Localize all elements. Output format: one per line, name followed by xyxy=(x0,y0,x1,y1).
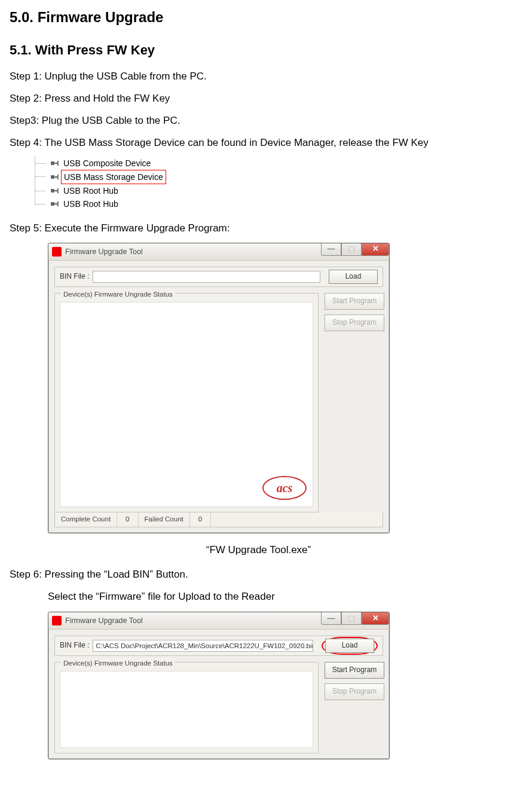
firmware-upgrade-window: Firmware Upgrade Tool — ▢ ✕ BIN File : L… xyxy=(48,243,390,533)
close-button[interactable]: ✕ xyxy=(362,612,389,625)
status-list-2 xyxy=(60,671,313,748)
window-title-2: Firmware Upgrade Tool xyxy=(65,615,143,627)
svg-rect-1 xyxy=(54,163,59,164)
bin-file-label-2: BIN File : xyxy=(60,640,89,651)
firmware-upgrade-window-2: Firmware Upgrade Tool — ▢ ✕ BIN File : C… xyxy=(48,612,390,759)
bin-file-input[interactable] xyxy=(93,271,320,283)
step-6b: Select the “Firmware” file for Upload to… xyxy=(48,588,511,605)
app-icon xyxy=(52,616,62,625)
status-group: Device(s) Firmware Ungrade Status acs xyxy=(54,293,319,512)
device-tree-item[interactable]: USB Mass Storage Device xyxy=(42,170,511,184)
bin-file-row-2: BIN File : C:\ACS Doc\Project\ACR128_Min… xyxy=(54,636,383,656)
minimize-button[interactable]: — xyxy=(321,243,341,256)
status-legend: Device(s) Firmware Ungrade Status xyxy=(61,289,175,300)
stop-program-button-2[interactable]: Stop Program xyxy=(325,683,384,700)
status-legend-2: Device(s) Firmware Ungrade Status xyxy=(61,658,175,668)
step-4: Step 4: The USB Mass Storage Device can … xyxy=(10,135,511,151)
close-button[interactable]: ✕ xyxy=(362,243,389,256)
screenshot-2: Firmware Upgrade Tool — ▢ ✕ BIN File : C… xyxy=(48,612,511,759)
bin-file-row: BIN File : Load xyxy=(54,267,383,287)
app-icon xyxy=(52,247,62,257)
load-button[interactable]: Load xyxy=(329,270,378,284)
svg-rect-13 xyxy=(54,203,59,204)
maximize-button[interactable]: ▢ xyxy=(341,243,362,256)
device-tree-item[interactable]: USB Composite Device xyxy=(42,157,511,170)
bin-file-input-2[interactable]: C:\ACS Doc\Project\ACR128_Min\Source\ACR… xyxy=(93,640,313,652)
subsection-heading: 5.1. With Press FW Key xyxy=(10,39,511,60)
window-titlebar-2: Firmware Upgrade Tool — ▢ ✕ xyxy=(48,612,389,630)
device-manager-tree: USB Composite DeviceUSB Mass Storage Dev… xyxy=(30,157,511,210)
load-button-2[interactable]: Load xyxy=(325,639,374,653)
step-3: Step3: Plug the USB Cable to the PC. xyxy=(10,112,511,129)
complete-count-label: Complete Count xyxy=(55,512,117,527)
step-1: Step 1: Unplug the USB Cable from the PC… xyxy=(10,68,511,84)
screenshot-1: Firmware Upgrade Tool — ▢ ✕ BIN File : L… xyxy=(48,243,511,533)
status-bar: Complete Count 0 Failed Count 0 xyxy=(54,512,383,527)
start-program-button[interactable]: Start Program xyxy=(325,293,384,310)
device-tree-item[interactable]: USB Root Hub xyxy=(42,184,511,197)
usb-device-icon xyxy=(50,186,60,196)
device-tree-label: USB Mass Storage Device xyxy=(61,170,166,184)
load-button-highlight: Load xyxy=(322,637,378,655)
start-program-button-2[interactable]: Start Program xyxy=(325,662,384,679)
svg-rect-9 xyxy=(54,190,59,191)
failed-count-label: Failed Count xyxy=(139,512,190,527)
acs-logo: acs xyxy=(262,475,307,500)
window-title: Firmware Upgrade Tool xyxy=(65,246,143,258)
svg-rect-0 xyxy=(51,161,54,165)
stop-program-button[interactable]: Stop Program xyxy=(325,315,384,331)
caption-fw-tool: “FW Upgrade Tool.exe” xyxy=(6,542,511,558)
acs-logo-text: acs xyxy=(262,476,307,500)
svg-rect-4 xyxy=(51,175,54,179)
svg-rect-5 xyxy=(54,176,59,178)
device-tree-label: USB Composite Device xyxy=(63,157,151,170)
maximize-button[interactable]: ▢ xyxy=(341,612,362,625)
section-heading: 5.0. Firmware Upgrade xyxy=(10,6,511,29)
step-6: Step 6: Pressing the “Load BIN” Button. xyxy=(10,566,511,582)
device-tree-item[interactable]: USB Root Hub xyxy=(42,197,511,210)
step-5: Step 5: Execute the Firmware Upgrade Pro… xyxy=(10,220,511,236)
failed-count-value: 0 xyxy=(190,512,211,527)
status-list: acs xyxy=(60,302,313,507)
svg-rect-8 xyxy=(51,189,54,193)
status-group-2: Device(s) Firmware Ungrade Status xyxy=(54,662,319,753)
usb-device-icon xyxy=(50,199,60,209)
minimize-button[interactable]: — xyxy=(321,612,341,625)
step-2: Step 2: Press and Hold the FW Key xyxy=(10,90,511,106)
complete-count-value: 0 xyxy=(117,512,138,527)
svg-rect-12 xyxy=(51,202,54,206)
window-titlebar: Firmware Upgrade Tool — ▢ ✕ xyxy=(48,243,389,261)
usb-device-icon xyxy=(50,158,60,168)
bin-file-label: BIN File : xyxy=(60,271,89,282)
device-tree-label: USB Root Hub xyxy=(63,197,118,210)
device-tree-label: USB Root Hub xyxy=(63,184,118,197)
usb-device-icon xyxy=(50,172,60,182)
